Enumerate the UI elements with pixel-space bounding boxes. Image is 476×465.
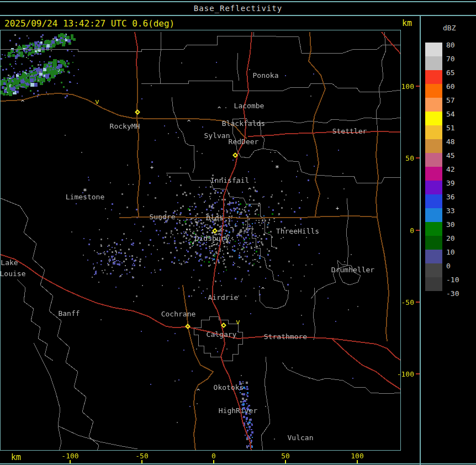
legend-swatch bbox=[425, 112, 442, 125]
legend-swatch bbox=[425, 153, 442, 167]
legend-value-label: 48 bbox=[446, 138, 455, 146]
legend-swatch bbox=[425, 222, 442, 236]
legend-value-label: 60 bbox=[446, 82, 455, 91]
legend-swatch bbox=[425, 194, 442, 208]
city-label-threehills: ThreeHills bbox=[276, 227, 319, 235]
legend-value-label: 42 bbox=[446, 165, 455, 173]
x-axis-tick-label: -50 bbox=[135, 452, 148, 460]
dbz-legend: dBZ 807065605754514845423936333020100-10… bbox=[421, 16, 476, 465]
legend-value-label: -10 bbox=[446, 276, 459, 284]
city-label-olds: Olds bbox=[206, 214, 223, 222]
x-axis-tick-label: 50 bbox=[281, 452, 290, 460]
y-axis-tick-label: 0 bbox=[410, 226, 414, 235]
asterisk-marker-icon: * bbox=[275, 165, 279, 171]
city-label-lake: Lake bbox=[1, 258, 18, 267]
caret-marker-icon: ^ bbox=[197, 389, 200, 394]
y-axis-tick-mark bbox=[416, 302, 420, 303]
plus-marker-icon: + bbox=[336, 206, 339, 212]
legend-swatch bbox=[425, 208, 442, 222]
city-label-sundre: Sundre bbox=[150, 213, 176, 221]
y-axis-tick-mark bbox=[416, 157, 420, 158]
legend-swatch bbox=[425, 84, 442, 98]
x-axis-tick-label: 100 bbox=[351, 452, 363, 460]
y-axis-tick-label: 100 bbox=[401, 82, 414, 91]
y-axis-tick-mark bbox=[416, 373, 420, 374]
legend-value-label: 80 bbox=[446, 41, 455, 49]
x-axis: km -100-50050100 bbox=[0, 451, 420, 463]
legend-value-label: -30 bbox=[446, 289, 459, 298]
legend-value-label: 36 bbox=[446, 193, 455, 201]
city-label-vulcan: Vulcan bbox=[288, 434, 314, 442]
legend-swatch bbox=[425, 98, 442, 112]
y-axis: 100500-50-100 bbox=[401, 30, 420, 451]
legend-swatch bbox=[425, 43, 442, 56]
legend-value-label: 30 bbox=[446, 220, 455, 229]
legend-value-label: 10 bbox=[446, 248, 455, 256]
city-label-cochrane: Cochrane bbox=[161, 310, 196, 318]
y-axis-tick-mark bbox=[416, 230, 420, 231]
radar-display[interactable]: PonokaLacombeBlackfaldsSylvanRedDeerStet… bbox=[0, 30, 401, 451]
city-label-okotoks: Okotoks bbox=[214, 383, 244, 392]
legend-swatch bbox=[425, 70, 442, 84]
legend-swatch bbox=[425, 56, 442, 70]
city-label-didsbury: Didsbury bbox=[195, 234, 230, 242]
city-label-highriver: HighRiver bbox=[219, 406, 257, 415]
legend-value-label: 20 bbox=[446, 234, 455, 242]
city-label-blackfalds: Blackfalds bbox=[222, 119, 265, 128]
caret-marker-icon: ^ bbox=[261, 287, 265, 293]
x-axis-tick-label: -100 bbox=[61, 452, 78, 460]
y-axis-unit-label: km bbox=[402, 18, 412, 28]
radar-app-window: { "window": { "title": "Base_Reflectivit… bbox=[0, 0, 476, 465]
caret-marker-icon: ^ bbox=[187, 120, 191, 125]
y-axis-tick-label: -100 bbox=[397, 370, 414, 378]
legend-swatch bbox=[425, 167, 442, 181]
legend-title: dBZ bbox=[443, 24, 456, 32]
city-label-stettler: Stettler bbox=[332, 127, 367, 135]
window-bottom-border bbox=[0, 463, 476, 464]
y-axis-tick-label: 50 bbox=[405, 154, 414, 162]
legend-value-label: 45 bbox=[446, 151, 455, 160]
caret-marker-icon: ^ bbox=[21, 100, 25, 105]
x-axis-tick-label: 0 bbox=[211, 452, 216, 460]
caret-marker-icon: ^ bbox=[248, 188, 252, 193]
city-label-calgary: Calgary bbox=[207, 330, 237, 339]
legend-swatch bbox=[425, 125, 442, 139]
legend-value-label: 57 bbox=[446, 96, 455, 104]
legend-value-label: 39 bbox=[446, 179, 455, 187]
city-label-banff: Banff bbox=[58, 309, 80, 318]
legend-swatch bbox=[425, 236, 442, 250]
asterisk-marker-icon: * bbox=[83, 188, 87, 194]
city-label-lacombe: Lacombe bbox=[234, 102, 265, 110]
legend-swatch bbox=[425, 181, 442, 194]
city-label-rockymh: RockyMH bbox=[110, 122, 140, 130]
y-axis-tick-label: -50 bbox=[401, 298, 414, 307]
legend-value-label: 33 bbox=[446, 207, 455, 215]
city-label-strathmore: Strathmore bbox=[264, 332, 307, 341]
city-label-innisfail: Innisfail bbox=[210, 176, 249, 184]
legend-value-label: 70 bbox=[446, 55, 455, 63]
legend-swatch bbox=[425, 250, 442, 263]
city-label-sylvan: Sylvan bbox=[204, 131, 230, 140]
legend-value-label: 54 bbox=[446, 110, 455, 118]
window-title: Base_Reflectivity bbox=[194, 4, 282, 13]
legend-value-label: 0 bbox=[446, 262, 451, 270]
timestamp-label: 2025/09/24 13:42:27 UTC 0.6(deg) bbox=[4, 18, 174, 29]
y-axis-tick-mark bbox=[416, 86, 420, 87]
city-label-ponoka: Ponoka bbox=[253, 71, 279, 80]
x-axis-unit-label: km bbox=[11, 452, 21, 462]
v-marker-icon: v bbox=[236, 319, 240, 325]
city-label-drumheller: Drumheller bbox=[331, 266, 374, 274]
legend-swatch bbox=[425, 139, 442, 153]
city-label-louise: Louise bbox=[0, 270, 25, 278]
legend-swatch bbox=[425, 263, 442, 277]
caret-marker-icon: ^ bbox=[218, 107, 221, 112]
title-bar: Base_Reflectivity bbox=[0, 2, 476, 14]
legend-swatch bbox=[425, 277, 442, 291]
plus-marker-icon: + bbox=[150, 165, 154, 171]
legend-value-label: 51 bbox=[446, 124, 455, 132]
city-label-reddeer: RedDeer bbox=[229, 138, 259, 146]
city-label-airdrie: Airdrie bbox=[208, 293, 239, 302]
info-bar: 2025/09/24 13:42:27 UTC 0.6(deg) km bbox=[0, 16, 420, 30]
legend-value-label: 65 bbox=[446, 68, 455, 77]
plus-marker-icon: + bbox=[195, 220, 199, 226]
